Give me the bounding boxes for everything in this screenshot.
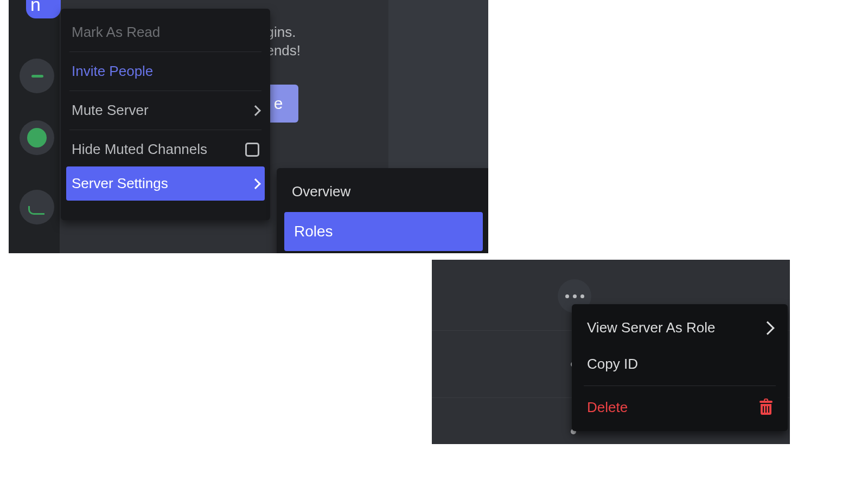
menu-separator (69, 130, 261, 130)
menu-item-delete[interactable]: Delete (576, 389, 783, 426)
menu-item-label: Copy ID (587, 356, 638, 373)
submenu-item-label: Roles (294, 223, 333, 240)
menu-item-label: Hide Muted Channels (72, 141, 207, 158)
server-icon[interactable] (20, 190, 54, 224)
server-icon[interactable] (20, 59, 54, 93)
menu-item-label: View Server As Role (587, 319, 716, 336)
menu-separator (584, 386, 776, 386)
menu-item-copy-id[interactable]: Copy ID (576, 346, 783, 382)
menu-item-label: Invite People (72, 63, 153, 80)
menu-separator (69, 91, 261, 91)
menu-item-label: Mute Server (72, 102, 149, 119)
menu-item-label: Notification Settings (72, 208, 196, 210)
checkbox-unchecked-icon (245, 143, 259, 157)
menu-item-label: Server Settings (72, 175, 168, 192)
menu-item-mute-server[interactable]: Mute Server (66, 93, 265, 127)
server-glyph (31, 75, 43, 78)
menu-item-hide-muted-channels[interactable]: Hide Muted Channels (66, 132, 265, 166)
menu-item-notification-settings-truncated[interactable]: Notification Settings (66, 201, 265, 210)
chevron-right-icon (250, 178, 261, 189)
menu-item-label: Delete (587, 399, 628, 416)
trash-icon (760, 401, 773, 415)
chevron-right-icon (250, 105, 261, 116)
arrow-right-icon (761, 321, 774, 335)
menu-item-server-settings[interactable]: Server Settings (66, 166, 265, 201)
server-settings-submenu: Overview Roles (277, 168, 488, 253)
submenu-item-label: Overview (292, 183, 350, 200)
server-icon-selected[interactable]: n (26, 0, 61, 18)
menu-item-invite-people[interactable]: Invite People (66, 54, 265, 88)
server-glyph (27, 128, 47, 147)
menu-separator (69, 52, 261, 52)
server-icon[interactable] (20, 120, 54, 155)
server-context-menu: Mark As Read Invite People Mute Server H… (61, 9, 270, 220)
submenu-item-overview[interactable]: Overview (284, 176, 483, 212)
server-initial: n (30, 0, 41, 15)
server-rail: n (9, 0, 60, 253)
screenshot-bottom-right: View Server As Role Copy ID Delete (432, 260, 790, 444)
submenu-item-roles[interactable]: Roles (284, 212, 483, 251)
screenshot-top-left: n egins. riends! e Mark As Read Invite P… (9, 0, 488, 253)
menu-item-label: Mark As Read (72, 24, 160, 41)
role-context-menu: View Server As Role Copy ID Delete (572, 304, 788, 431)
invite-button-fragment-label: e (274, 94, 283, 113)
ellipsis-icon (565, 294, 584, 298)
menu-item-mark-as-read[interactable]: Mark As Read (66, 15, 265, 49)
server-glyph (28, 206, 44, 215)
menu-item-view-server-as-role[interactable]: View Server As Role (576, 310, 783, 346)
